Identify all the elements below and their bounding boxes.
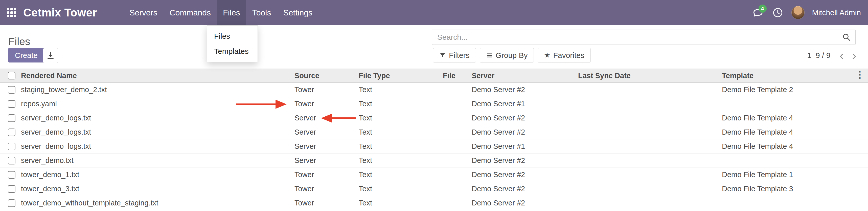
table-row[interactable]: tower_demo_without_template_staging.txt …: [0, 196, 868, 210]
files-menu-dropdown: Files Templates: [207, 25, 258, 62]
dropdown-item-files[interactable]: Files: [207, 29, 257, 44]
column-template[interactable]: Template: [718, 69, 868, 83]
cell-template: [718, 97, 868, 111]
pager-range[interactable]: 1–9 / 9: [807, 51, 831, 60]
dropdown-item-templates[interactable]: Templates: [207, 44, 257, 59]
menu-item-files[interactable]: Files: [217, 0, 246, 25]
main-menu: Servers Commands Files Tools Settings: [123, 0, 318, 25]
search-input[interactable]: [437, 33, 842, 42]
column-source[interactable]: Source: [290, 69, 354, 83]
cell-source: Tower: [290, 196, 354, 210]
cell-source: Server: [290, 140, 354, 154]
activities-clock-icon[interactable]: [772, 7, 784, 19]
menu-item-servers[interactable]: Servers: [123, 0, 163, 25]
filters-button[interactable]: Filters: [433, 48, 476, 62]
table-row[interactable]: staging_tower_demo_2.txt Tower Text Demo…: [0, 83, 868, 97]
cell-rendered-name: server_demo_logs.txt: [17, 111, 290, 125]
cell-file-type: Text: [354, 125, 439, 140]
row-checkbox[interactable]: [8, 185, 16, 193]
cell-template: Demo File Template 4: [718, 140, 868, 154]
create-button[interactable]: Create: [8, 48, 45, 62]
cell-template: [718, 196, 868, 210]
column-rendered-name[interactable]: Rendered Name: [17, 69, 290, 83]
cell-last-sync-date: [574, 83, 718, 97]
row-checkbox[interactable]: [8, 143, 16, 150]
menu-item-commands[interactable]: Commands: [163, 0, 217, 25]
cell-rendered-name: tower_demo_without_template_staging.txt: [17, 196, 290, 210]
pager-next-icon[interactable]: ›: [848, 49, 860, 62]
cell-file: [439, 168, 467, 182]
favorites-button[interactable]: ★ Favorites: [538, 48, 591, 62]
column-file[interactable]: File: [439, 69, 467, 83]
cell-server: Demo Server #1: [467, 140, 574, 154]
row-checkbox[interactable]: [8, 100, 16, 108]
cell-template: [718, 154, 868, 168]
row-select-cell: [0, 168, 17, 182]
cell-file: [439, 83, 467, 97]
app-window: Cetmix Tower Servers Commands Files Tool…: [0, 0, 868, 211]
select-all-checkbox[interactable]: [8, 72, 16, 80]
row-select-cell: [0, 83, 17, 97]
cell-file: [439, 182, 467, 196]
messages-icon[interactable]: 4: [752, 7, 764, 19]
top-navbar: Cetmix Tower Servers Commands Files Tool…: [0, 0, 868, 25]
pager: 1–9 / 9 ‹ ›: [807, 48, 860, 62]
table-row[interactable]: server_demo_logs.txt Server Text Demo Se…: [0, 125, 868, 140]
row-checkbox[interactable]: [8, 86, 16, 94]
row-select-cell: [0, 97, 17, 111]
table-row[interactable]: server_demo_logs.txt Server Text Demo Se…: [0, 111, 868, 125]
cell-last-sync-date: [574, 140, 718, 154]
cell-rendered-name: server_demo_logs.txt: [17, 125, 290, 140]
row-checkbox[interactable]: [8, 114, 16, 122]
cell-source: Tower: [290, 168, 354, 182]
table-row[interactable]: server_demo.txt Server Text Demo Server …: [0, 154, 868, 168]
table-row[interactable]: repos.yaml Tower Text Demo Server #1: [0, 97, 868, 111]
cell-server: Demo Server #2: [467, 196, 574, 210]
brand-title: Cetmix Tower: [23, 6, 97, 19]
favorites-label: Favorites: [553, 51, 584, 60]
optional-columns-icon[interactable]: ⋮: [855, 70, 864, 79]
messages-count-badge: 4: [758, 5, 767, 13]
export-button[interactable]: [43, 48, 58, 63]
row-checkbox[interactable]: [8, 171, 16, 179]
row-select-cell: [0, 140, 17, 154]
cell-template: Demo File Template 4: [718, 125, 868, 140]
cell-server: Demo Server #2: [467, 182, 574, 196]
star-icon: ★: [544, 52, 550, 59]
column-file-type[interactable]: File Type: [354, 69, 439, 83]
user-name[interactable]: Mitchell Admin: [812, 8, 861, 17]
apps-grid-icon[interactable]: [7, 8, 16, 17]
cell-file-type: Text: [354, 196, 439, 210]
menu-item-tools[interactable]: Tools: [246, 0, 277, 25]
row-checkbox[interactable]: [8, 128, 16, 136]
search-icon[interactable]: [842, 33, 851, 41]
cell-file-type: Text: [354, 182, 439, 196]
cell-source: Tower: [290, 83, 354, 97]
cell-file-type: Text: [354, 97, 439, 111]
cell-template: Demo File Template 3: [718, 182, 868, 196]
group-by-button[interactable]: Group By: [480, 48, 534, 62]
page-title: Files: [8, 36, 30, 48]
cell-file: [439, 140, 467, 154]
cell-file: [439, 154, 467, 168]
column-server[interactable]: Server: [467, 69, 574, 83]
column-last-sync-date[interactable]: Last Sync Date: [574, 69, 718, 83]
cell-file-type: Text: [354, 83, 439, 97]
row-checkbox[interactable]: [8, 157, 16, 164]
table-row[interactable]: server_demo_logs.txt Server Text Demo Se…: [0, 140, 868, 154]
cell-rendered-name: server_demo.txt: [17, 154, 290, 168]
cell-source: Tower: [290, 97, 354, 111]
pager-previous-icon[interactable]: ‹: [835, 49, 848, 62]
menu-item-settings[interactable]: Settings: [277, 0, 318, 25]
cell-rendered-name: server_demo_logs.txt: [17, 140, 290, 154]
table-row[interactable]: tower_demo_3.txt Tower Text Demo Server …: [0, 182, 868, 196]
select-all-cell: [0, 69, 17, 83]
cell-last-sync-date: [574, 154, 718, 168]
cell-template: Demo File Template 1: [718, 168, 868, 182]
cell-file: [439, 111, 467, 125]
table-row[interactable]: tower_demo_1.txt Tower Text Demo Server …: [0, 168, 868, 182]
row-checkbox[interactable]: [8, 199, 16, 207]
row-select-cell: [0, 125, 17, 140]
row-select-cell: [0, 182, 17, 196]
user-avatar[interactable]: [792, 6, 805, 19]
